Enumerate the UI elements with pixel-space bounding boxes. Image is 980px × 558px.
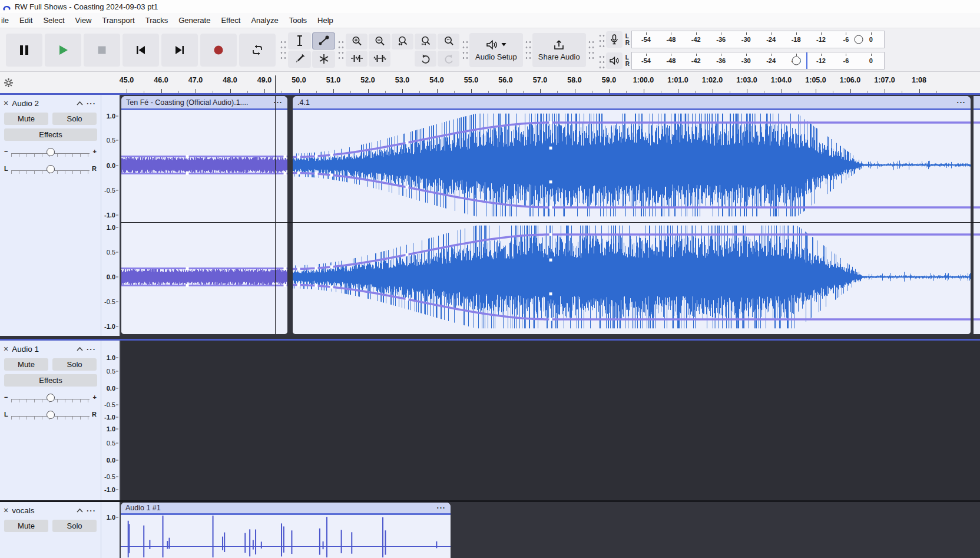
- zoom-selection-button[interactable]: [392, 34, 413, 49]
- toolbar-grip[interactable]: [337, 38, 344, 62]
- waveform-area-audio-2[interactable]: Ten Fé - Coasting (Official Audio).1....…: [121, 95, 980, 336]
- toolbar-grip[interactable]: [461, 38, 468, 62]
- loop-button[interactable]: [239, 34, 276, 67]
- trim-outside-selection-button[interactable]: [346, 51, 368, 67]
- clip-header[interactable]: .4.1 ···: [293, 96, 971, 110]
- collapse-track-icon[interactable]: [77, 509, 83, 513]
- clip-header[interactable]: Audio 1 #1 ···: [121, 503, 451, 515]
- track-name[interactable]: Audio 2: [12, 99, 39, 108]
- envelope-tool-button[interactable]: [312, 32, 335, 49]
- pan-slider-thumb[interactable]: [47, 411, 55, 419]
- toolbar-grip[interactable]: [587, 38, 594, 62]
- zoom-toggle-button[interactable]: [438, 34, 459, 49]
- gain-slider[interactable]: − +: [0, 141, 101, 158]
- zoom-in-button[interactable]: [346, 34, 368, 49]
- playback-meter-scale[interactable]: -54-48-42-36-30-24-18-12-60: [631, 52, 885, 70]
- menu-item-generate[interactable]: Generate: [173, 14, 216, 27]
- meter-gain-slider-thumb[interactable]: [792, 56, 800, 65]
- undo-button[interactable]: [415, 51, 436, 67]
- zoom-out-button[interactable]: [369, 34, 390, 49]
- collapse-track-icon[interactable]: [77, 101, 83, 105]
- track-panel-audio-1[interactable]: × Audio 1 ··· Mute Solo Effects − + L R: [0, 341, 101, 500]
- waveform-area-audio-1[interactable]: [121, 341, 980, 500]
- timeline-label: 1:02.0: [702, 76, 723, 84]
- playback-meter-button[interactable]: [606, 52, 623, 69]
- track-menu-icon[interactable]: ···: [87, 99, 97, 108]
- track-menu-icon[interactable]: ···: [87, 345, 97, 354]
- audio-setup-button[interactable]: Audio Setup: [469, 33, 523, 67]
- multi-tool-button[interactable]: [312, 51, 335, 68]
- selection-tool-button[interactable]: [288, 32, 311, 49]
- audio-clip[interactable]: Ten Fé - Coasting (Official Audio).1....…: [121, 96, 287, 334]
- pause-icon: [18, 44, 31, 57]
- audio-clip[interactable]: Audio 1 #1 ···: [121, 503, 451, 558]
- toolbar-grip[interactable]: [598, 31, 605, 48]
- vertical-scale-audio-2[interactable]: 1.00.50.0-0.5-1.01.00.50.0-0.5-1.0: [101, 95, 121, 336]
- track-name[interactable]: vocals: [12, 506, 34, 515]
- menu-item-transport[interactable]: Transport: [97, 14, 140, 27]
- play-button[interactable]: [45, 34, 81, 67]
- menu-item-tracks[interactable]: Tracks: [140, 14, 174, 27]
- skip-to-end-button[interactable]: [161, 34, 198, 67]
- clip-menu-icon[interactable]: ···: [957, 98, 966, 107]
- close-track-icon[interactable]: ×: [4, 98, 8, 108]
- close-track-icon[interactable]: ×: [4, 344, 8, 354]
- collapse-track-icon[interactable]: [77, 347, 83, 351]
- track-panel-audio-2[interactable]: × Audio 2 ··· Mute Solo Effects − + L R: [0, 95, 101, 336]
- toolbar-grip[interactable]: [279, 38, 286, 62]
- menu-item-help[interactable]: Help: [312, 14, 339, 27]
- mute-button[interactable]: Mute: [4, 113, 48, 125]
- close-track-icon[interactable]: ×: [4, 506, 8, 515]
- gain-slider[interactable]: − +: [0, 387, 101, 404]
- zoom-project-button[interactable]: [415, 34, 436, 49]
- effects-button[interactable]: Effects: [4, 128, 97, 141]
- menu-item-effect[interactable]: Effect: [216, 14, 246, 27]
- track-name[interactable]: Audio 1: [12, 345, 39, 354]
- track-panel-vocals[interactable]: × vocals ··· Mute Solo: [0, 502, 101, 558]
- timeline-label: 45.0: [120, 76, 134, 84]
- gain-slider-thumb[interactable]: [47, 394, 55, 402]
- waveform-canvas[interactable]: [121, 515, 451, 558]
- solo-button[interactable]: Solo: [52, 520, 97, 532]
- menu-item-tools[interactable]: Tools: [284, 14, 312, 27]
- meter-gain-slider-thumb[interactable]: [854, 35, 863, 44]
- menu-item-ile[interactable]: ile: [0, 14, 14, 27]
- silence-selection-button[interactable]: [369, 51, 390, 67]
- skip-to-start-button[interactable]: [122, 34, 159, 67]
- menu-item-edit[interactable]: Edit: [14, 14, 38, 27]
- draw-tool-button[interactable]: [288, 51, 311, 68]
- toolbar-grip[interactable]: [524, 38, 531, 62]
- audio-clip[interactable]: .4.1 ···: [293, 96, 971, 334]
- menu-item-analyze[interactable]: Analyze: [246, 14, 283, 27]
- mute-button[interactable]: Mute: [4, 520, 48, 532]
- share-audio-button[interactable]: Share Audio: [532, 33, 586, 67]
- vertical-scale-vocals[interactable]: 1.0: [101, 502, 121, 558]
- redo-button[interactable]: [438, 51, 459, 67]
- gain-slider-thumb[interactable]: [47, 148, 55, 156]
- recording-meter-button[interactable]: [606, 31, 623, 48]
- audio-clip[interactable]: [974, 96, 980, 334]
- pan-slider[interactable]: L R: [0, 404, 101, 421]
- timeline-options-gear-icon[interactable]: [4, 78, 14, 88]
- pan-slider-thumb[interactable]: [47, 165, 55, 173]
- menu-item-select[interactable]: Select: [38, 14, 69, 27]
- effects-button[interactable]: Effects: [4, 374, 97, 387]
- recording-meter-scale[interactable]: -54-48-42-36-30-24-18-12-60: [631, 31, 885, 48]
- timeline-label: 47.0: [188, 76, 203, 84]
- clip-header[interactable]: [974, 96, 980, 110]
- timeline-ruler[interactable]: 45.046.047.048.049.050.051.052.053.054.0…: [0, 72, 980, 93]
- clip-menu-icon[interactable]: ···: [437, 504, 446, 512]
- track-menu-icon[interactable]: ···: [87, 506, 97, 515]
- toolbar-grip[interactable]: [598, 52, 605, 69]
- clip-header[interactable]: Ten Fé - Coasting (Official Audio).1....…: [121, 96, 287, 110]
- mute-button[interactable]: Mute: [4, 358, 48, 371]
- menu-item-view[interactable]: View: [70, 14, 97, 27]
- vertical-scale-audio-1[interactable]: 1.00.50.0-0.5-1.01.00.50.0-0.5-1.0: [101, 341, 121, 500]
- record-button[interactable]: [200, 34, 237, 67]
- pan-slider[interactable]: L R: [0, 158, 101, 175]
- solo-button[interactable]: Solo: [52, 113, 97, 125]
- waveform-area-vocals[interactable]: Audio 1 #1 ···: [121, 502, 980, 558]
- solo-button[interactable]: Solo: [52, 358, 97, 371]
- pause-button[interactable]: [6, 34, 42, 67]
- stop-button[interactable]: [84, 34, 120, 67]
